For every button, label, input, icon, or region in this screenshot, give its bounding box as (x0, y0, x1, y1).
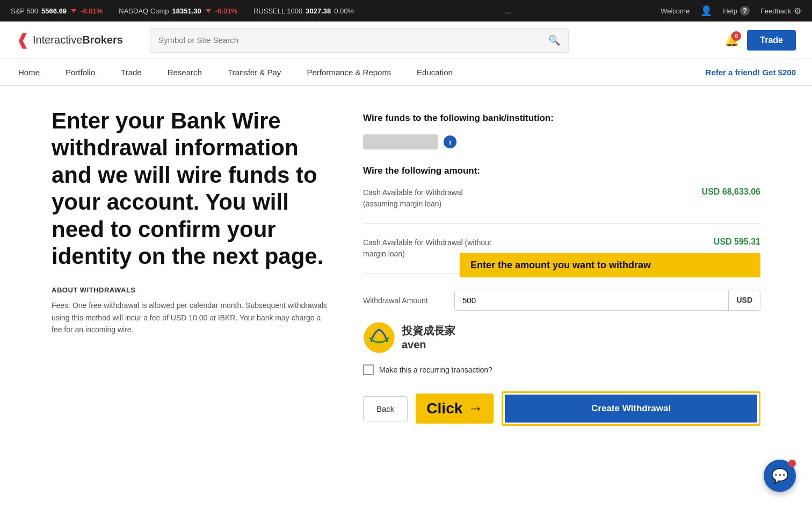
aven-logo-row: 投資成長家 aven (363, 321, 760, 354)
recurring-row: Make this a recurring transaction? (363, 364, 760, 375)
create-withdrawal-wrapper: Create Withdrawal (502, 391, 760, 426)
chat-notification-badge (788, 460, 796, 467)
notification-badge: 6 (731, 31, 741, 41)
main-heading: Enter your Bank Wire withdrawal informat… (52, 108, 331, 270)
about-withdrawals-text: Fees: One free withdrawal is allowed per… (52, 299, 331, 335)
create-withdrawal-button[interactable]: Create Withdrawal (505, 395, 757, 423)
nav-item-portfolio[interactable]: Portfolio (63, 68, 97, 77)
action-row: Back Click → Create Withdrawal (363, 391, 760, 426)
click-text: Click (426, 400, 462, 417)
withdrawal-amount-label: Withdrawal Amount (363, 296, 449, 305)
cash-available-no-margin-row: Cash Available for Withdrawal (without m… (363, 237, 760, 274)
ticker-nasdaq: NASDAQ Comp 18351.30 -0.01% (119, 7, 237, 15)
logo[interactable]: ❰ InteractiveBrokers (16, 31, 123, 49)
nav-item-transfer-pay[interactable]: Transfer & Pay (226, 68, 283, 77)
main-content: Enter your Bank Wire withdrawal informat… (30, 86, 782, 447)
ticker-more-dots[interactable]: ... (504, 7, 510, 15)
aven-chinese-text: 投資成長家 (402, 324, 455, 338)
logo-text: InteractiveBrokers (33, 34, 123, 46)
aven-brand-text: aven (402, 338, 455, 352)
ticker-nasdaq-change: -0.01% (215, 7, 237, 15)
about-withdrawals-section: ABOUT WITHDRAWALS Fees: One free withdra… (52, 286, 331, 335)
ticker-sp500-arrow-icon (71, 9, 76, 13)
search-icon[interactable]: 🔍 (548, 34, 560, 46)
withdrawal-input-group: USD (454, 290, 760, 311)
withdrawal-amount-input[interactable] (455, 290, 728, 310)
nav-item-trade[interactable]: Trade (119, 68, 144, 77)
ticker-russell-change: 0.00% (334, 7, 354, 15)
cash-available-margin-row: Cash Available for Withdrawal (assuming … (363, 187, 760, 224)
about-withdrawals-title: ABOUT WITHDRAWALS (52, 286, 331, 294)
aven-logo-icon (363, 321, 395, 354)
wire-amount-title: Wire the following amount: (363, 166, 760, 176)
ticker-russell-label: RUSSELL 1000 (253, 7, 302, 15)
ticker-right-section: Welcome 👤 Help ? Feedback ⚙ (661, 5, 801, 17)
notification-button[interactable]: 🔔 6 (724, 33, 739, 47)
click-label-badge: Click → (416, 393, 494, 424)
highlight-banner: Enter the amount you want to withdraw (460, 253, 760, 277)
chat-bubble-icon: 💬 (771, 468, 788, 484)
help-label: Help (723, 7, 737, 15)
search-input[interactable] (158, 35, 548, 45)
feedback-icon: ⚙ (794, 6, 801, 16)
nav-item-research[interactable]: Research (165, 68, 204, 77)
left-panel: Enter your Bank Wire withdrawal informat… (52, 108, 331, 426)
back-button[interactable]: Back (363, 396, 408, 421)
logo-brokers: Brokers (82, 34, 123, 46)
ticker-welcome-label: Welcome (661, 7, 690, 15)
header-right: 🔔 6 Trade (724, 30, 796, 51)
bank-row: i (363, 134, 760, 149)
ticker-russell: RUSSELL 1000 3027.38 0.00% (253, 7, 354, 15)
help-link[interactable]: Help ? (723, 6, 750, 16)
ticker-russell-value: 3027.38 (306, 7, 331, 15)
nav-refer-link[interactable]: Refer a friend! Get $200 (706, 68, 796, 77)
arrow-icon: → (468, 400, 483, 417)
info-icon[interactable]: i (444, 135, 456, 148)
help-icon: ? (740, 6, 750, 16)
ticker-sp500-change: -0.01% (81, 7, 103, 15)
feedback-link[interactable]: Feedback ⚙ (760, 6, 801, 16)
feedback-label: Feedback (760, 7, 791, 15)
recurring-label: Make this a recurring transaction? (379, 366, 492, 374)
wire-to-title: Wire funds to the following bank/institu… (363, 113, 760, 124)
aven-text-block: 投資成長家 aven (402, 324, 455, 352)
logo-interactive: Interactive (33, 34, 82, 46)
ticker-nasdaq-label: NASDAQ Comp (119, 7, 169, 15)
bank-placeholder (363, 134, 438, 149)
logo-mark-icon: ❰ (16, 31, 28, 49)
nav-bar: Home Portfolio Trade Research Transfer &… (0, 59, 812, 86)
nav-item-performance-reports[interactable]: Performance & Reports (305, 68, 393, 77)
ticker-nasdaq-value: 18351.30 (172, 7, 201, 15)
nav-item-home[interactable]: Home (16, 68, 42, 77)
trade-button[interactable]: Trade (747, 30, 796, 51)
nav-item-education[interactable]: Education (415, 68, 455, 77)
ticker-sp500: S&P 500 5566.69 -0.01% (11, 7, 103, 15)
withdrawal-row: Withdrawal Amount USD (363, 290, 760, 311)
svg-point-0 (364, 323, 394, 353)
ticker-bar: S&P 500 5566.69 -0.01% NASDAQ Comp 18351… (0, 0, 812, 22)
cash-available-margin-label: Cash Available for Withdrawal (assuming … (363, 187, 492, 210)
ticker-sp500-label: S&P 500 (11, 7, 38, 15)
right-panel: Wire funds to the following bank/institu… (363, 108, 760, 426)
chat-bubble-button[interactable]: 💬 (764, 460, 796, 492)
recurring-checkbox[interactable] (363, 364, 374, 375)
ticker-nasdaq-arrow-icon (206, 9, 211, 13)
user-icon[interactable]: 👤 (700, 5, 712, 17)
withdrawal-currency-label: USD (728, 290, 760, 310)
cash-available-no-margin-value: USD 595.31 (714, 237, 760, 247)
search-bar[interactable]: 🔍 (150, 28, 569, 53)
header: ❰ InteractiveBrokers 🔍 🔔 6 Trade (0, 22, 812, 59)
ticker-sp500-value: 5566.69 (41, 7, 67, 15)
cash-available-margin-value: USD 68,633.06 (702, 187, 760, 197)
